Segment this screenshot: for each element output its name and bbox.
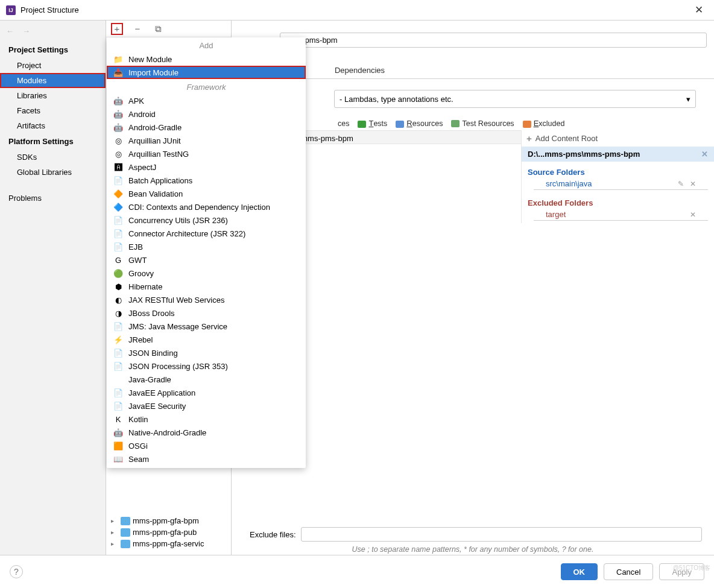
mark-resources[interactable]: Resources: [396, 119, 443, 128]
popup-item-framework[interactable]: 🤖Android: [107, 107, 306, 121]
popup-item-framework[interactable]: ◐JAX RESTful Web Services: [107, 293, 306, 306]
popup-item-framework[interactable]: 📄JSON Processing (JSR 353): [107, 359, 306, 373]
source-folders-header: Source Folders: [522, 162, 714, 178]
exclude-files-input[interactable]: [301, 527, 702, 542]
watermark: @51CTO博客: [673, 564, 710, 572]
tree-row[interactable]: ▸mms-ppm-gfa-bpm: [107, 515, 230, 526]
sidebar-item-libraries[interactable]: Libraries: [0, 88, 106, 103]
popup-item-framework[interactable]: 🟢Groovy: [107, 267, 306, 280]
content-root-row[interactable]: D:\...mms-pms\mms-pms-bpm ✕: [522, 147, 714, 162]
plus-icon: +: [526, 133, 532, 144]
popup-item-framework[interactable]: 🤖Android-Gradle: [107, 121, 306, 134]
tree-row[interactable]: ▸mms-ppm-gfa-pub: [107, 526, 230, 538]
popup-item-framework[interactable]: KKotlin: [107, 413, 306, 426]
popup-item-framework[interactable]: ◎Arquillian JUnit: [107, 134, 306, 147]
close-icon[interactable]: ✕: [690, 4, 708, 16]
help-button[interactable]: ?: [10, 565, 23, 578]
tree-row[interactable]: ▸mms-ppm-gfa-servic: [107, 538, 230, 549]
framework-icon: 📄: [113, 242, 124, 251]
popup-item-framework[interactable]: ⬢Hibernate: [107, 280, 306, 293]
popup-item-framework[interactable]: ◎Arquillian TestNG: [107, 147, 306, 160]
popup-item-framework[interactable]: 📄JavaEE Security: [107, 399, 306, 413]
sidebar-item-problems[interactable]: Problems: [0, 191, 106, 206]
popup-item-framework[interactable]: ⚡JRebel: [107, 333, 306, 346]
mark-tests[interactable]: TTestsests: [358, 119, 387, 128]
sidebar-item-sdks[interactable]: SDKs: [0, 150, 106, 165]
popup-item-framework[interactable]: 📄JSON Binding: [107, 346, 306, 359]
popup-item-framework[interactable]: 🅰AspectJ: [107, 160, 306, 174]
popup-item-framework[interactable]: 📄Concurrency Utils (JSR 236): [107, 213, 306, 227]
framework-icon: ◎: [113, 136, 124, 145]
framework-icon: 🤖: [113, 96, 124, 106]
nav-back-icon[interactable]: ←: [6, 27, 14, 36]
popup-item-framework[interactable]: 🟧OSGi: [107, 439, 306, 452]
popup-item-import-module[interactable]: 📥 Import Module: [107, 66, 306, 79]
language-level-combo[interactable]: - Lambdas, type annotations etc. ▾: [334, 90, 696, 108]
framework-icon: 📄: [113, 229, 124, 238]
framework-icon: ⚡: [113, 335, 124, 344]
copy-module-button[interactable]: ⧉: [152, 23, 164, 35]
sidebar: ← → Project Settings Project Modules Lib…: [0, 21, 106, 555]
popup-item-framework[interactable]: 🔶Bean Validation: [107, 187, 306, 200]
popup-header-add: Add: [107, 37, 306, 52]
popup-item-framework[interactable]: 📄JavaEE Application: [107, 386, 306, 399]
popup-item-framework[interactable]: ◑JBoss Drools: [107, 306, 306, 320]
mark-excluded[interactable]: Excluded: [523, 119, 565, 128]
framework-icon: ⬢: [113, 282, 124, 291]
popup-item-framework[interactable]: GGWT: [107, 253, 306, 267]
cancel-button[interactable]: Cancel: [604, 563, 653, 580]
tab-dependencies[interactable]: Dependencies: [332, 62, 387, 78]
framework-icon: 🟢: [113, 268, 124, 278]
source-folder-item[interactable]: src\main\java ✎ ✕: [534, 178, 708, 190]
framework-icon: [113, 375, 124, 384]
framework-icon: 📄: [113, 401, 124, 411]
sidebar-item-artifacts[interactable]: Artifacts: [0, 118, 106, 133]
module-name-input[interactable]: [280, 33, 707, 48]
close-icon[interactable]: ✕: [690, 180, 696, 188]
close-icon[interactable]: ✕: [701, 150, 708, 159]
add-content-root-button[interactable]: + Add Content Root: [522, 130, 714, 147]
sidebar-item-modules[interactable]: Modules: [0, 73, 106, 88]
framework-icon: 🤖: [113, 122, 124, 132]
sidebar-item-project[interactable]: Project: [0, 58, 106, 73]
framework-icon: 🔷: [113, 202, 124, 212]
framework-icon: 🤖: [113, 109, 124, 119]
content-roots-panel: + Add Content Root D:\...mms-pms\mms-pms…: [521, 130, 714, 223]
chevron-down-icon: ▾: [686, 95, 690, 104]
framework-icon: 🟧: [113, 441, 124, 450]
edit-icon[interactable]: ✎: [678, 180, 684, 188]
close-icon[interactable]: ✕: [690, 210, 696, 219]
framework-icon: 📄: [113, 348, 124, 358]
popup-item-framework[interactable]: 📖Seam: [107, 452, 306, 466]
window-title: Project Structure: [21, 5, 79, 14]
tree-label: mms-ppm-gfa-bpm: [133, 516, 199, 525]
popup-header-framework: Framework: [107, 79, 306, 94]
sidebar-item-facets[interactable]: Facets: [0, 103, 106, 118]
module-icon: [121, 528, 130, 537]
framework-icon: ◑: [113, 308, 124, 318]
popup-item-framework[interactable]: 🔷CDI: Contexts and Dependency Injection: [107, 200, 306, 213]
popup-item-framework[interactable]: 📄EJB: [107, 240, 306, 253]
ok-button[interactable]: OK: [561, 563, 598, 580]
popup-item-framework[interactable]: 📄Connector Architecture (JSR 322): [107, 227, 306, 240]
mark-sources-partial[interactable]: ces: [338, 119, 349, 128]
popup-item-framework[interactable]: 🤖Native-Android-Gradle: [107, 426, 306, 439]
module-icon: [121, 540, 130, 548]
popup-item-new-module[interactable]: 📁 New Module: [107, 52, 306, 66]
nav-forward-icon[interactable]: →: [22, 27, 30, 36]
popup-item-framework[interactable]: 🤖APK: [107, 94, 306, 107]
remove-module-button[interactable]: −: [131, 23, 144, 35]
tree-label: mms-ppm-gfa-servic: [133, 539, 204, 548]
popup-item-framework[interactable]: 📄Batch Applications: [107, 174, 306, 187]
excluded-folder-item[interactable]: target ✕: [534, 209, 708, 221]
mark-test-resources[interactable]: Test Resources: [451, 119, 514, 128]
popup-item-framework[interactable]: 📄JMS: Java Message Service: [107, 320, 306, 333]
sidebar-item-global-libraries[interactable]: Global Libraries: [0, 165, 106, 180]
add-popup-menu: Add 📁 New Module 📥 Import Module Framewo…: [107, 37, 306, 468]
add-module-button[interactable]: +: [111, 23, 123, 35]
exclude-files-hint: Use ; to separate name patterns, * for a…: [232, 542, 714, 555]
tree-label: mms-ppm-gfa-pub: [133, 528, 197, 537]
title-bar: IJ Project Structure ✕: [0, 0, 714, 21]
popup-item-framework[interactable]: Java-Gradle: [107, 373, 306, 386]
framework-icon: K: [113, 414, 124, 424]
